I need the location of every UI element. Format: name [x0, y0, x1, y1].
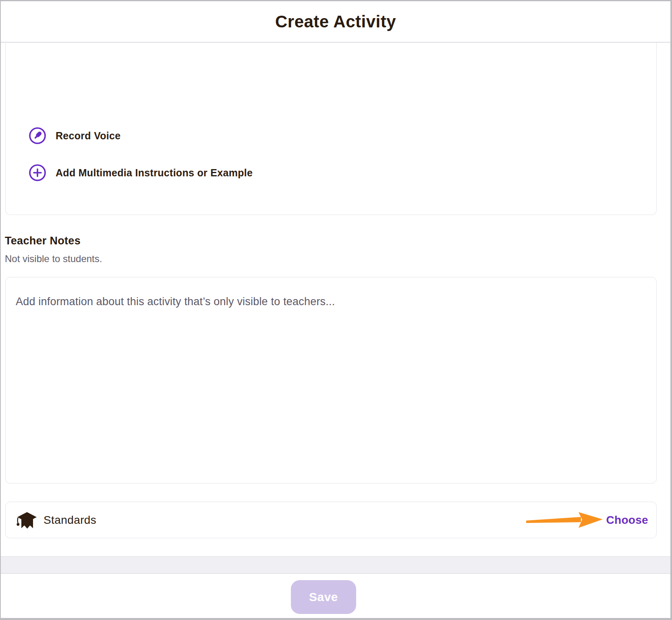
plus-circle-icon: [29, 164, 46, 182]
microphone-icon: [29, 127, 46, 145]
teacher-notes-subtitle: Not visible to students.: [5, 253, 670, 265]
orange-arrow-right-icon: [525, 511, 604, 529]
record-voice-label: Record Voice: [56, 130, 121, 142]
media-options-box: Record Voice Add Multimedia Instructions…: [5, 43, 657, 215]
save-button[interactable]: Save: [291, 580, 356, 614]
modal-footer: Save: [1, 574, 670, 619]
choose-cluster: Choose: [525, 511, 648, 529]
teacher-notes-input[interactable]: [5, 277, 657, 484]
background-gap-band: [1, 556, 670, 574]
standards-label: Standards: [44, 514, 96, 527]
content-bottom-spacer: [1, 538, 670, 556]
page-title: Create Activity: [275, 12, 396, 31]
choose-standards-link[interactable]: Choose: [606, 514, 648, 527]
add-multimedia-button[interactable]: Add Multimedia Instructions or Example: [29, 164, 253, 182]
graduation-cap-icon: [15, 510, 37, 530]
teacher-notes-heading: Teacher Notes: [5, 234, 670, 248]
create-activity-modal: Create Activity Record Voice: [0, 0, 672, 620]
record-voice-button[interactable]: Record Voice: [29, 127, 121, 145]
modal-header: Create Activity: [1, 1, 670, 43]
modal-content: Record Voice Add Multimedia Instructions…: [1, 43, 670, 556]
add-multimedia-label: Add Multimedia Instructions or Example: [56, 167, 253, 179]
standards-row[interactable]: Standards Choose: [5, 502, 657, 538]
